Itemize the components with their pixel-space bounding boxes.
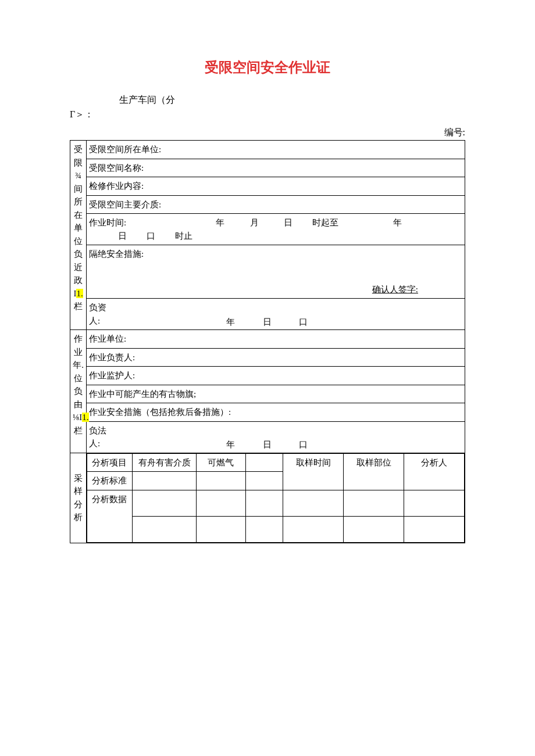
isolation-label: 隔绝安全措施: xyxy=(89,249,144,259)
sideA-suffix: 栏 xyxy=(74,302,83,311)
an-r2c4[interactable] xyxy=(245,472,283,490)
sideB-prefix: 作业年.位负由⅛I xyxy=(73,334,84,422)
secA-resp-a: 负资 xyxy=(89,303,106,312)
an-r3c4[interactable] xyxy=(245,490,283,516)
section-c-side: 采样分析 xyxy=(70,453,87,543)
page-title: 受限空间安全作业证 xyxy=(70,58,465,77)
sideA-prefix: 受限¾间所在单位负近政I xyxy=(73,145,83,298)
time-y2: 年 xyxy=(393,218,402,227)
section-a-side: 受限¾间所在单位负近政I1.栏 xyxy=(70,141,87,330)
time-l2end: 时止 xyxy=(175,231,192,241)
time-label: 作业时间: xyxy=(89,218,126,227)
work-leader-field[interactable]: 作业负责人: xyxy=(87,348,465,367)
time-l2d: 口 xyxy=(147,231,155,241)
an-r2c2[interactable] xyxy=(132,472,196,490)
time-from: 时起至 xyxy=(312,218,338,227)
an-r3c6[interactable] xyxy=(344,490,404,516)
an-r4c7[interactable] xyxy=(404,516,465,542)
an-h2: 有舟有害介质 xyxy=(132,453,196,472)
space-name-field[interactable]: 受限空间名称: xyxy=(87,159,465,177)
an-r4c5[interactable] xyxy=(283,516,344,542)
secB-date-y: 年 xyxy=(226,440,235,449)
an-r4c6[interactable] xyxy=(344,516,404,542)
analysis-wrap: 分析项目 有舟有害介质 可燃气 取样时间 取样部位 分析人 分析标准 xyxy=(87,453,465,543)
unit-field[interactable]: 受限空间所在单位: xyxy=(87,141,465,159)
an-r4c3[interactable] xyxy=(197,516,245,542)
secA-responsible-field[interactable]: 负资 人: 年 日 口 xyxy=(87,299,465,330)
secB-date-m: 日 xyxy=(263,440,272,449)
isolation-measures-field[interactable]: 隔绝安全措施: 确认人签字: xyxy=(87,245,465,299)
analysis-table: 分析项目 有舟有害介质 可燃气 取样时间 取样部位 分析人 分析标准 xyxy=(87,453,465,543)
an-r3c1: 分析数据 xyxy=(87,490,133,542)
an-h6: 取样部位 xyxy=(344,453,404,490)
secA-resp-b: 人: xyxy=(89,316,100,325)
work-unit-field[interactable]: 作业单位: xyxy=(87,330,465,349)
secA-date-d: 口 xyxy=(299,317,308,327)
sideC-label: 采样分析 xyxy=(73,472,84,524)
repair-content-field[interactable]: 检修作业内容: xyxy=(87,177,465,196)
subhead-line1: 生产车间（分 xyxy=(119,94,465,106)
secA-date-m: 日 xyxy=(263,317,272,327)
an-r4c2[interactable] xyxy=(132,516,196,542)
an-r4c4[interactable] xyxy=(245,516,283,542)
an-h3: 可燃气 xyxy=(197,453,245,472)
subhead-line2: Γ＞： xyxy=(70,109,465,121)
section-b-side: 作业年.位负由⅛I1.栏 xyxy=(70,330,87,453)
an-r3c3[interactable] xyxy=(197,490,245,516)
sideA-hl: 1. xyxy=(76,289,83,298)
time-l2m: 日 xyxy=(118,231,127,241)
time-d1: 日 xyxy=(284,218,293,227)
an-r3c5[interactable] xyxy=(283,490,344,516)
secB-responsible-field[interactable]: 负法 人: 年 日 口 xyxy=(87,421,465,453)
secA-date-y: 年 xyxy=(226,317,235,327)
work-time-field[interactable]: 作业时间: 年 月 日 时起至 年 日 口 时止 xyxy=(87,214,465,245)
secB-date-d: 口 xyxy=(299,440,308,449)
safety-measures-field[interactable]: 作业安全措施（包括抢救后备措施）: xyxy=(87,403,465,422)
an-r3c2[interactable] xyxy=(132,490,196,516)
time-m1: 月 xyxy=(250,218,259,227)
secB-resp-b: 人: xyxy=(89,439,100,448)
sideB-hl: 1. xyxy=(82,413,88,422)
confirm-sign-label: 确认人签字: xyxy=(372,283,418,296)
form-table: 受限¾间所在单位负近政I1.栏 受限空间所在单位: 受限空间名称: 检修作业内容… xyxy=(70,140,465,543)
an-r2c3[interactable] xyxy=(197,472,245,490)
time-y1: 年 xyxy=(216,218,224,227)
main-medium-field[interactable]: 受限空间主要介质: xyxy=(87,195,465,214)
supervisor-field[interactable]: 作业监护人: xyxy=(87,367,465,385)
hazard-field[interactable]: 作业中可能产生的有古物旗; xyxy=(87,385,465,403)
serial-label: 编号: xyxy=(70,127,465,139)
an-h7: 分析人 xyxy=(404,453,465,490)
an-h1: 分析项目 xyxy=(87,453,133,472)
an-h4 xyxy=(245,453,283,472)
sideB-suffix: 栏 xyxy=(74,426,83,435)
an-r2c1: 分析标准 xyxy=(87,472,133,490)
an-r3c7[interactable] xyxy=(404,490,465,516)
secB-resp-a: 负法 xyxy=(89,426,106,435)
an-h5: 取样时间 xyxy=(283,453,344,490)
